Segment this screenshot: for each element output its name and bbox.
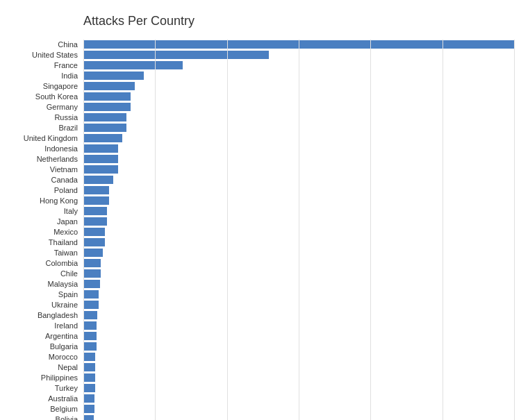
bar-fill bbox=[83, 363, 95, 371]
bar-fill bbox=[83, 72, 144, 80]
bar-row: Canada bbox=[7, 175, 514, 185]
bar-row: Spain bbox=[7, 289, 514, 299]
bar-fill bbox=[83, 61, 183, 69]
country-label: Argentina bbox=[7, 332, 83, 340]
bar-fill bbox=[83, 144, 118, 153]
bar-row: United Kingdom bbox=[7, 133, 514, 143]
bar-row: Japan bbox=[7, 217, 514, 226]
bar-row: Argentina bbox=[7, 331, 514, 341]
country-label: Colombia bbox=[7, 259, 83, 267]
bar-row: Mexico bbox=[7, 227, 514, 237]
bar-row: Hong Kong bbox=[7, 196, 514, 205]
bar-row: Taiwan bbox=[7, 248, 514, 258]
chart-title: Attacks Per Country bbox=[83, 14, 514, 28]
country-label: Germany bbox=[7, 103, 83, 111]
bar-row: United States bbox=[7, 50, 514, 60]
bar-track bbox=[83, 82, 514, 90]
bar-fill bbox=[83, 124, 126, 132]
country-label: India bbox=[7, 72, 83, 80]
country-label: Mexico bbox=[7, 228, 83, 236]
country-label: Japan bbox=[7, 217, 83, 226]
bar-fill bbox=[83, 40, 514, 49]
bar-track bbox=[83, 217, 514, 226]
country-label: Singapore bbox=[7, 82, 83, 90]
bar-fill bbox=[83, 196, 109, 205]
bar-row: France bbox=[7, 60, 514, 70]
bar-track bbox=[83, 113, 514, 121]
country-label: South Korea bbox=[7, 92, 83, 101]
bar-fill bbox=[83, 415, 94, 420]
bar-row: Bulgaria bbox=[7, 342, 514, 351]
bar-track bbox=[83, 280, 514, 288]
bar-track bbox=[83, 321, 514, 330]
bar-fill bbox=[83, 186, 109, 194]
bar-fill bbox=[83, 259, 101, 267]
bar-track bbox=[83, 72, 514, 80]
bar-track bbox=[83, 40, 514, 49]
bar-track bbox=[83, 259, 514, 267]
bar-track bbox=[83, 290, 514, 299]
bar-track bbox=[83, 134, 514, 142]
bar-fill bbox=[83, 207, 107, 215]
bar-row: South Korea bbox=[7, 92, 514, 101]
country-label: Brazil bbox=[7, 124, 83, 132]
bar-row: Ukraine bbox=[7, 300, 514, 310]
bar-track bbox=[83, 207, 514, 215]
chart-body: ChinaUnited StatesFranceIndiaSingaporeSo… bbox=[7, 40, 514, 420]
bar-track bbox=[83, 405, 514, 413]
chart-container: Attacks Per Country ChinaUnited StatesFr… bbox=[0, 0, 521, 420]
country-label: United Kingdom bbox=[7, 134, 83, 142]
bar-fill bbox=[83, 373, 95, 382]
bar-row: Brazil bbox=[7, 123, 514, 133]
bar-track bbox=[83, 249, 514, 257]
bar-row: Morocco bbox=[7, 352, 514, 362]
bar-fill bbox=[83, 82, 135, 90]
bar-track bbox=[83, 228, 514, 236]
country-label: United States bbox=[7, 51, 83, 59]
country-label: Chile bbox=[7, 269, 83, 278]
country-label: Thailand bbox=[7, 238, 83, 246]
bar-fill bbox=[83, 269, 101, 278]
country-label: Taiwan bbox=[7, 249, 83, 257]
country-label: Canada bbox=[7, 176, 83, 184]
country-label: Indonesia bbox=[7, 144, 83, 153]
bar-row: Poland bbox=[7, 185, 514, 195]
country-label: Malaysia bbox=[7, 280, 83, 288]
bar-fill bbox=[83, 92, 131, 101]
bar-track bbox=[83, 51, 514, 59]
bar-track bbox=[83, 332, 514, 340]
country-label: Spain bbox=[7, 290, 83, 299]
bar-fill bbox=[83, 228, 105, 236]
bar-track bbox=[83, 415, 514, 420]
bar-fill bbox=[83, 405, 94, 413]
bar-fill bbox=[83, 394, 94, 403]
bar-row: Netherlands bbox=[7, 154, 514, 164]
country-label: Russia bbox=[7, 113, 83, 121]
country-label: Turkey bbox=[7, 384, 83, 392]
country-label: Australia bbox=[7, 394, 83, 403]
country-label: Philippines bbox=[7, 373, 83, 382]
bar-track bbox=[83, 92, 514, 101]
bar-fill bbox=[83, 51, 269, 59]
bar-row: Colombia bbox=[7, 258, 514, 268]
bar-row: Indonesia bbox=[7, 144, 514, 153]
bar-track bbox=[83, 155, 514, 163]
bar-row: Vietnam bbox=[7, 165, 514, 174]
bar-row: Russia bbox=[7, 112, 514, 122]
bar-row: Nepal bbox=[7, 362, 514, 372]
country-label: Ireland bbox=[7, 321, 83, 330]
bar-fill bbox=[83, 332, 97, 340]
bar-fill bbox=[83, 113, 126, 121]
bar-track bbox=[83, 301, 514, 309]
bar-row: Malaysia bbox=[7, 279, 514, 289]
country-label: Bulgaria bbox=[7, 342, 83, 351]
country-label: Bangladesh bbox=[7, 311, 83, 319]
country-label: Morocco bbox=[7, 353, 83, 361]
bar-row: Germany bbox=[7, 102, 514, 112]
bar-track bbox=[83, 311, 514, 319]
bar-track bbox=[83, 124, 514, 132]
country-label: France bbox=[7, 61, 83, 69]
bar-track bbox=[83, 144, 514, 153]
bar-row: Singapore bbox=[7, 81, 514, 91]
bar-track bbox=[83, 238, 514, 246]
